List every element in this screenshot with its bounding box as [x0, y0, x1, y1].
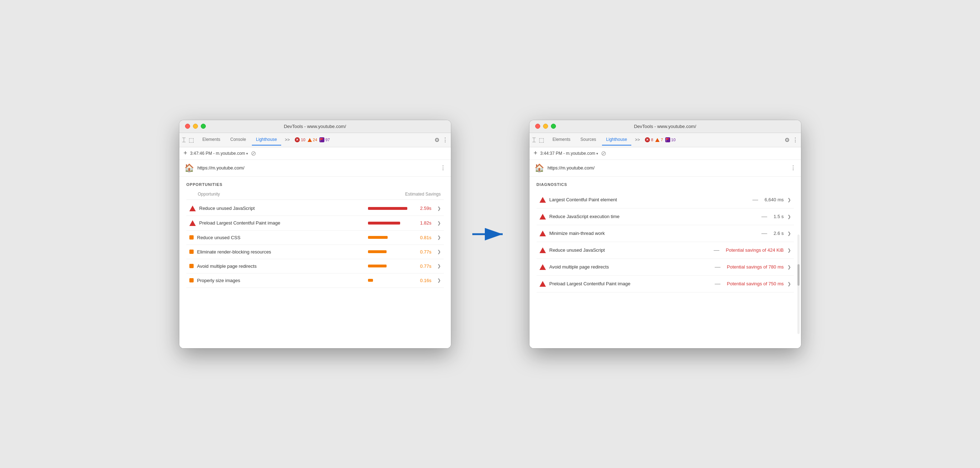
opp-savings-0: 2.59s: [414, 206, 431, 211]
badge-group-right: ✕ 8 7 🚩 10: [645, 137, 676, 142]
info-icon-left: 🚩: [320, 137, 325, 142]
bar-visual-0: [368, 207, 407, 210]
diag-sep-2: —: [761, 230, 767, 237]
gear-icon-left[interactable]: ⚙: [434, 137, 439, 143]
content-left: OPPORTUNITIES Opportunity Estimated Savi…: [179, 177, 451, 348]
diag-row-3[interactable]: Reduce unused JavaScript — Potential sav…: [537, 242, 794, 259]
block-icon-left[interactable]: ⊘: [251, 149, 256, 157]
chevron-0[interactable]: ❯: [437, 206, 441, 211]
close-button-right[interactable]: [535, 124, 540, 129]
maximize-button-right[interactable]: [551, 124, 556, 129]
add-button-right[interactable]: +: [534, 149, 538, 157]
opp-savings-4: 0.77s: [414, 264, 431, 269]
square-icon-3: [189, 249, 194, 254]
gear-icon-right[interactable]: ⚙: [784, 137, 789, 143]
diag-label-1: Reduce JavaScript execution time: [549, 214, 757, 219]
tab-elements-right[interactable]: Elements: [549, 134, 575, 145]
diag-chevron-5[interactable]: ❯: [788, 281, 791, 286]
opp-savings-5: 0.16s: [414, 278, 431, 283]
devtools-window-right: DevTools - www.youtube.com/ ⌶ ⬚ Elements…: [530, 120, 801, 348]
add-button-left[interactable]: +: [184, 149, 188, 157]
diag-row-0[interactable]: Largest Contentful Paint element — 6,640…: [537, 192, 794, 208]
opp-row-3[interactable]: Eliminate render-blocking resources 0.77…: [186, 245, 444, 259]
tab-lighthouse-left[interactable]: Lighthouse: [252, 134, 282, 145]
diag-chevron-0[interactable]: ❯: [788, 197, 791, 202]
chevron-4[interactable]: ❯: [437, 264, 441, 268]
diag-triangle-0: [539, 197, 546, 203]
cursor-icon[interactable]: ⌶: [182, 137, 186, 143]
opp-savings-2: 0.81s: [414, 235, 431, 240]
warning-icon-right: [655, 138, 660, 142]
diag-label-3: Reduce unused JavaScript: [549, 248, 709, 253]
scrollbar-thumb-right[interactable]: [797, 264, 800, 286]
close-button[interactable]: [185, 124, 190, 129]
menu-icon-right[interactable]: ⋮: [792, 137, 798, 143]
chevron-3[interactable]: ❯: [437, 249, 441, 254]
tab-bar-actions-right: ⚙ ⋮: [784, 137, 798, 143]
triangle-icon-1: [189, 220, 196, 226]
device-icon[interactable]: ⬚: [189, 137, 194, 143]
diag-label-0: Largest Contentful Paint element: [549, 197, 748, 202]
traffic-lights-right: [535, 124, 556, 129]
chevron-2[interactable]: ❯: [437, 235, 441, 240]
diag-chevron-2[interactable]: ❯: [788, 231, 791, 236]
maximize-button[interactable]: [201, 124, 206, 129]
tab-more-left[interactable]: >>: [283, 136, 292, 144]
diag-triangle-1: [539, 214, 546, 219]
tab-elements-left[interactable]: Elements: [198, 134, 225, 145]
minimize-button[interactable]: [193, 124, 198, 129]
diag-triangle-3: [539, 248, 546, 253]
menu-icon-left[interactable]: ⋮: [442, 137, 448, 143]
opp-row-2[interactable]: Reduce unused CSS 0.81s ❯: [186, 231, 444, 245]
opp-label-2: Reduce unused CSS: [197, 235, 364, 240]
opp-savings-1: 1.82s: [414, 220, 431, 225]
diag-row-1[interactable]: Reduce JavaScript execution time — 1.5 s…: [537, 208, 794, 225]
tab-console-left[interactable]: Console: [226, 134, 250, 145]
diag-row-2[interactable]: Minimize main-thread work — 2.6 s ❯: [537, 225, 794, 242]
opp-bar-4: [368, 265, 411, 267]
traffic-lights-left: [185, 124, 206, 129]
opp-bar-1: [368, 222, 411, 225]
inter-window-arrow: [473, 227, 508, 241]
chevron-1[interactable]: ❯: [437, 220, 441, 225]
cursor-icon-right[interactable]: ⌶: [532, 137, 536, 143]
diag-row-4[interactable]: Avoid multiple page redirects — Potentia…: [537, 259, 794, 276]
diag-value-2: 2.6 s: [773, 231, 783, 236]
diag-sep-3: —: [714, 247, 719, 254]
error-icon-left: ✕: [295, 137, 300, 142]
section-title-left: OPPORTUNITIES: [186, 182, 444, 187]
opp-row-1[interactable]: Preload Largest Contentful Paint image 1…: [186, 216, 444, 231]
tab-sources-right[interactable]: Sources: [576, 134, 601, 145]
devtools-icons-left: ⌶ ⬚: [182, 137, 194, 143]
options-menu-right[interactable]: ⋮: [790, 165, 796, 171]
warning-icon-left: [308, 138, 312, 142]
opp-bar-5: [368, 279, 411, 282]
error-icon-right: ✕: [645, 137, 650, 142]
toolbar-right: + 3:44:37 PM - m.youtube.com ▾ ⊘: [530, 147, 801, 160]
opp-row-0[interactable]: Reduce unused JavaScript 2.59s ❯: [186, 201, 444, 216]
device-icon-right[interactable]: ⬚: [539, 137, 544, 143]
diag-chevron-4[interactable]: ❯: [788, 265, 791, 270]
chevron-5[interactable]: ❯: [437, 278, 441, 283]
info-badge-left: 🚩 97: [320, 137, 330, 142]
info-icon-right: 🚩: [665, 137, 670, 142]
bar-visual-3: [368, 250, 387, 253]
lighthouse-header-right: 🏠 https://m.youtube.com/ ⋮: [530, 160, 801, 177]
minimize-button-right[interactable]: [543, 124, 548, 129]
tab-more-right[interactable]: >>: [633, 136, 642, 144]
tab-lighthouse-right[interactable]: Lighthouse: [602, 134, 632, 145]
diag-chevron-3[interactable]: ❯: [788, 248, 791, 253]
dropdown-arrow-left[interactable]: ▾: [246, 152, 248, 155]
dropdown-arrow-right[interactable]: ▾: [596, 152, 598, 155]
diag-triangle-2: [539, 231, 546, 236]
diag-chevron-1[interactable]: ❯: [788, 214, 791, 219]
tab-bar-right-left: ⚙ ⋮: [434, 137, 448, 143]
scrollbar-track-right: [797, 235, 800, 334]
error-badge-left: ✕ 10: [295, 137, 305, 142]
opp-row-5[interactable]: Properly size images 0.16s ❯: [186, 273, 444, 288]
options-menu-left[interactable]: ⋮: [440, 165, 446, 171]
bar-visual-5: [368, 279, 373, 282]
block-icon-right[interactable]: ⊘: [601, 149, 606, 157]
opp-row-4[interactable]: Avoid multiple page redirects 0.77s ❯: [186, 259, 444, 273]
diag-row-5[interactable]: Preload Largest Contentful Paint image —…: [537, 276, 794, 292]
